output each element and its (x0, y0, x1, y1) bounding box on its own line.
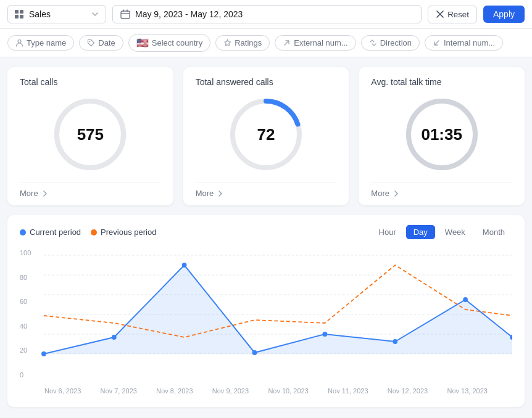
card-answered-title: Total answered calls (196, 77, 273, 87)
direction-icon (369, 39, 377, 47)
filter-country-label: Select country (152, 38, 202, 47)
filter-direction[interactable]: Direction (361, 35, 420, 51)
cards-row: Total calls 575 More Total answered call… (0, 57, 532, 205)
chevron-down-icon (91, 10, 99, 18)
svg-point-20 (41, 351, 46, 356)
chart-section: Current period Previous period Hour Day … (7, 215, 525, 407)
date-range-picker[interactable]: May 9, 2023 - May 12, 2023 (112, 5, 422, 23)
reset-button[interactable]: Reset (428, 6, 477, 23)
chevron-right-icon-3 (392, 189, 401, 198)
period-hour[interactable]: Hour (372, 225, 404, 239)
x-axis-labels: Nov 6, 2023 Nov 7, 2023 Nov 8, 2023 Nov … (20, 385, 512, 395)
card-total-calls-title: Total calls (20, 77, 57, 87)
filter-type-name-label: Type name (27, 38, 66, 47)
svg-rect-1 (20, 10, 23, 14)
x-icon (436, 10, 444, 18)
filter-internal-label: Internal num... (444, 38, 495, 47)
card-avg-value: 01:35 (421, 125, 462, 144)
svg-marker-19 (44, 265, 512, 354)
card-total-calls-circle: 575 (20, 94, 161, 174)
calendar-icon (120, 9, 130, 19)
legend-previous-dot (91, 229, 97, 236)
card-total-calls-value: 575 (77, 125, 104, 144)
filter-ratings-label: Ratings (235, 38, 262, 47)
svg-point-26 (463, 297, 468, 302)
period-week[interactable]: Week (438, 225, 473, 239)
legend-previous: Previous period (91, 227, 156, 237)
period-buttons: Hour Day Week Month (372, 225, 512, 239)
card-avg-talk: Avg. total talk time 01:35 More (359, 67, 525, 205)
chart-area: 100 80 60 40 20 0 (20, 249, 512, 397)
filter-country[interactable]: 🇺🇸 Select country (128, 34, 210, 52)
chevron-right-icon-2 (216, 189, 225, 198)
reset-label: Reset (447, 10, 469, 19)
grid-icon (14, 9, 24, 19)
tag-icon (87, 39, 95, 47)
period-day[interactable]: Day (406, 225, 435, 239)
card-avg-more[interactable]: More (371, 182, 512, 198)
chevron-right-icon (41, 189, 49, 198)
card-answered-calls: Total answered calls 72 More (183, 67, 349, 205)
date-range-value: May 9, 2023 - May 12, 2023 (135, 9, 243, 19)
svg-point-21 (112, 335, 117, 340)
svg-point-22 (182, 263, 187, 268)
y-axis-labels: 100 80 60 40 20 0 (20, 249, 31, 385)
apply-button[interactable]: Apply (483, 6, 525, 23)
svg-point-25 (393, 339, 397, 344)
filter-internal-num[interactable]: Internal num... (425, 35, 503, 51)
svg-point-23 (252, 350, 257, 355)
group-selector[interactable]: Sales (7, 5, 106, 23)
flag-icon: 🇺🇸 (136, 37, 149, 49)
star-icon (223, 39, 231, 47)
arrow-up-right-icon (283, 39, 291, 47)
chart-legend: Current period Previous period (20, 227, 156, 237)
card-avg-title: Avg. total talk time (371, 77, 441, 87)
legend-current: Current period (20, 227, 81, 237)
person-icon (15, 39, 23, 47)
chart-svg (20, 249, 512, 385)
svg-rect-4 (121, 11, 130, 18)
filter-external-label: External num... (294, 38, 347, 47)
legend-previous-label: Previous period (101, 227, 156, 237)
filter-direction-label: Direction (380, 38, 412, 47)
card-total-calls-more[interactable]: More (20, 182, 161, 198)
card-answered-more[interactable]: More (196, 182, 337, 198)
legend-current-dot (20, 229, 26, 236)
svg-rect-2 (15, 15, 19, 18)
chart-header: Current period Previous period Hour Day … (20, 225, 512, 239)
svg-point-5 (18, 40, 21, 43)
svg-point-24 (322, 332, 327, 337)
card-answered-circle: 72 (196, 94, 337, 174)
filter-bar: Type name Date 🇺🇸 Select country Ratings… (0, 29, 532, 57)
filter-external-num[interactable]: External num... (275, 35, 355, 51)
card-avg-circle: 01:35 (371, 94, 512, 174)
svg-rect-3 (20, 15, 23, 18)
svg-rect-0 (15, 10, 19, 14)
period-month[interactable]: Month (475, 225, 512, 239)
legend-current-label: Current period (30, 227, 81, 237)
arrow-down-left-icon (433, 39, 441, 47)
svg-point-6 (89, 41, 91, 43)
top-bar: Sales May 9, 2023 - May 12, 2023 Reset A… (0, 0, 532, 29)
card-answered-value: 72 (257, 125, 275, 144)
filter-date[interactable]: Date (79, 35, 123, 51)
filter-date-label: Date (98, 38, 115, 47)
group-label: Sales (29, 9, 86, 19)
card-total-calls: Total calls 575 More (7, 67, 173, 205)
filter-ratings[interactable]: Ratings (215, 35, 270, 51)
filter-type-name[interactable]: Type name (7, 35, 74, 51)
